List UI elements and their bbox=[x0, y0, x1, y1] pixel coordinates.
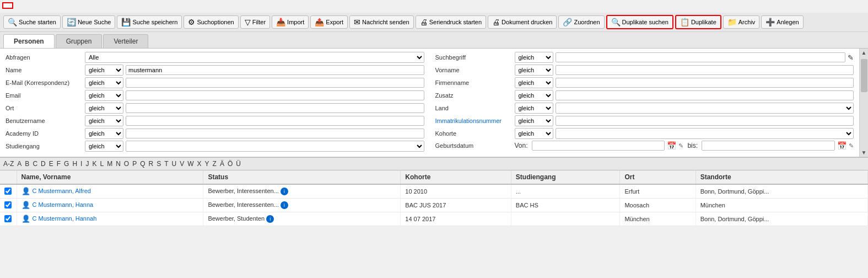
neue-suche-button[interactable]: 🔄Neue Suche bbox=[62, 15, 116, 29]
scroll-up-arrow[interactable]: ▲ bbox=[860, 49, 868, 57]
von-input[interactable] bbox=[532, 141, 665, 151]
alpha-letter-M[interactable]: M bbox=[107, 160, 112, 168]
duplikate-suchen-button[interactable]: 🔍Duplikate suchen bbox=[606, 15, 673, 29]
value-select[interactable] bbox=[126, 141, 424, 152]
tab-gruppen[interactable]: Gruppen bbox=[56, 34, 103, 48]
value-select[interactable] bbox=[556, 103, 854, 114]
alpha-letter-I[interactable]: I bbox=[80, 160, 82, 168]
value-select[interactable] bbox=[556, 128, 854, 139]
condition-select[interactable]: gleichungleichenthältleernicht leer bbox=[85, 115, 123, 126]
alpha-letter-D[interactable]: D bbox=[41, 160, 46, 168]
alpha-letter-N[interactable]: N bbox=[116, 160, 121, 168]
field-input[interactable] bbox=[126, 103, 424, 113]
dokument-drucken-button[interactable]: 🖨Dokument drucken bbox=[488, 15, 557, 29]
scroll-thumb[interactable] bbox=[861, 59, 867, 92]
alpha-letter-A[interactable]: A bbox=[17, 160, 21, 168]
suche-speichern-button[interactable]: 💾Suche speichern bbox=[117, 15, 182, 29]
alpha-letter-J[interactable]: J bbox=[85, 160, 89, 168]
condition-select[interactable]: gleichungleichenthältleernicht leer bbox=[85, 90, 123, 101]
alpha-letter-B[interactable]: B bbox=[25, 160, 29, 168]
field-input[interactable] bbox=[126, 65, 424, 75]
col-kohorte: 14 07 2017 bbox=[401, 212, 511, 226]
zuordnen-button[interactable]: 🔗Zuordnen bbox=[558, 15, 604, 29]
condition-select[interactable]: gleichungleichenthältleernicht leer bbox=[515, 128, 553, 139]
alpha-letter-T[interactable]: T bbox=[164, 160, 168, 168]
alpha-letter-X[interactable]: X bbox=[197, 160, 202, 168]
edit-icon[interactable]: ✎ bbox=[848, 54, 854, 62]
field-input[interactable] bbox=[126, 78, 424, 88]
info-badge[interactable]: i bbox=[266, 215, 274, 223]
condition-select[interactable]: gleichungleichenthältleernicht leer bbox=[85, 65, 123, 76]
edit-icon-bis[interactable]: ✎ bbox=[849, 142, 854, 149]
alpha-letter-H[interactable]: H bbox=[72, 160, 77, 168]
tab-verteiler[interactable]: Verteiler bbox=[103, 34, 148, 48]
duplikate-button[interactable]: 📋Duplikate bbox=[675, 15, 721, 29]
alpha-letter-S[interactable]: S bbox=[157, 160, 161, 168]
person-name[interactable]: C Mustermann, Hannah bbox=[33, 215, 97, 222]
nachricht-senden-button[interactable]: ✉Nachricht senden bbox=[349, 15, 414, 29]
condition-select[interactable]: gleichungleichenthältleernicht leer bbox=[515, 90, 553, 101]
alpha-letter-O[interactable]: O bbox=[124, 160, 129, 168]
field-input[interactable] bbox=[126, 90, 424, 100]
condition-select[interactable]: gleichungleichenthältleernicht leer bbox=[85, 141, 123, 152]
seriendruck-starten-button[interactable]: 🖨Seriendruck starten bbox=[416, 15, 486, 29]
alpha-letter-C[interactable]: C bbox=[33, 160, 37, 168]
alpha-letter-U[interactable]: U bbox=[172, 160, 177, 168]
row-checkbox[interactable] bbox=[4, 215, 12, 222]
anlegen-button[interactable]: ➕Anlegen bbox=[761, 15, 803, 29]
person-name[interactable]: C Mustermann, Hanna bbox=[33, 201, 94, 208]
alpha-letter-Ü[interactable]: Ü bbox=[236, 160, 241, 168]
field-input[interactable] bbox=[556, 52, 846, 62]
condition-select[interactable]: gleichungleichenthältleernicht leer bbox=[85, 77, 123, 88]
abfragen-select[interactable]: Alle bbox=[85, 52, 424, 63]
alpha-letter-Ö[interactable]: Ö bbox=[228, 160, 233, 168]
field-input[interactable] bbox=[126, 129, 424, 138]
tab-personen[interactable]: Personen bbox=[3, 34, 55, 48]
form-left-column: AbfragenAlleNamegleichungleichenthältlee… bbox=[6, 52, 424, 153]
export-button[interactable]: 📤Export bbox=[310, 15, 348, 29]
condition-select[interactable]: gleichungleichenthältleernicht leer bbox=[515, 115, 553, 126]
alpha-letter-Ä[interactable]: Ä bbox=[220, 160, 224, 168]
alpha-letter-R[interactable]: R bbox=[149, 160, 154, 168]
search-scrollbar[interactable]: ▲ ▼ bbox=[859, 49, 868, 157]
condition-select[interactable]: gleichungleichenthältleernicht leer bbox=[85, 128, 123, 139]
person-name[interactable]: C Mustermann, Alfred bbox=[33, 188, 91, 194]
edit-icon-von[interactable]: ✎ bbox=[678, 142, 683, 149]
alpha-letter-K[interactable]: K bbox=[92, 160, 96, 168]
field-input[interactable] bbox=[556, 116, 854, 126]
alpha-letter-L[interactable]: L bbox=[100, 160, 104, 168]
calendar-icon-von[interactable]: 📅 bbox=[667, 141, 676, 150]
field-input[interactable] bbox=[556, 78, 854, 88]
alpha-letter-F[interactable]: F bbox=[57, 160, 61, 168]
alpha-letter-Y[interactable]: Y bbox=[205, 160, 209, 168]
alpha-letter-A-Z[interactable]: A-Z bbox=[3, 160, 14, 168]
alpha-letter-P[interactable]: P bbox=[132, 160, 137, 168]
info-badge[interactable]: i bbox=[281, 188, 288, 195]
info-badge[interactable]: i bbox=[281, 201, 288, 209]
import-button[interactable]: 📥Import bbox=[272, 15, 309, 29]
alpha-letter-G[interactable]: G bbox=[64, 160, 69, 168]
bis-input[interactable] bbox=[702, 141, 835, 151]
alpha-letter-V[interactable]: V bbox=[180, 160, 184, 168]
field-input[interactable] bbox=[556, 65, 854, 75]
condition-select[interactable]: gleichungleichenthältleernicht leer bbox=[515, 77, 553, 88]
alpha-letter-E[interactable]: E bbox=[49, 160, 53, 168]
condition-select[interactable]: gleichungleichenthältleernicht leer bbox=[515, 103, 553, 114]
alpha-letter-Q[interactable]: Q bbox=[140, 160, 145, 168]
field-input[interactable] bbox=[126, 116, 424, 126]
condition-select[interactable]: gleichungleichenthältleernicht leer bbox=[515, 65, 553, 76]
alpha-letter-W[interactable]: W bbox=[187, 160, 193, 168]
condition-select[interactable]: gleichungleichenthältleernicht leer bbox=[515, 52, 553, 63]
row-checkbox[interactable] bbox=[4, 188, 12, 195]
calendar-icon-bis[interactable]: 📅 bbox=[837, 141, 847, 150]
alpha-letter-Z[interactable]: Z bbox=[213, 160, 217, 168]
suchoptionen-button[interactable]: ⚙Suchoptionen bbox=[184, 15, 238, 29]
suche-starten-button[interactable]: 🔍Suche starten bbox=[3, 15, 61, 29]
form-label: Email bbox=[6, 92, 83, 99]
scroll-down-arrow[interactable]: ▼ bbox=[860, 148, 868, 157]
row-checkbox[interactable] bbox=[4, 201, 12, 209]
filter-button[interactable]: ▽Filter bbox=[240, 15, 270, 29]
condition-select[interactable]: gleichungleichenthältleernicht leer bbox=[85, 103, 123, 114]
field-input[interactable] bbox=[556, 90, 854, 100]
archiv-button[interactable]: 📁Archiv bbox=[723, 15, 760, 29]
